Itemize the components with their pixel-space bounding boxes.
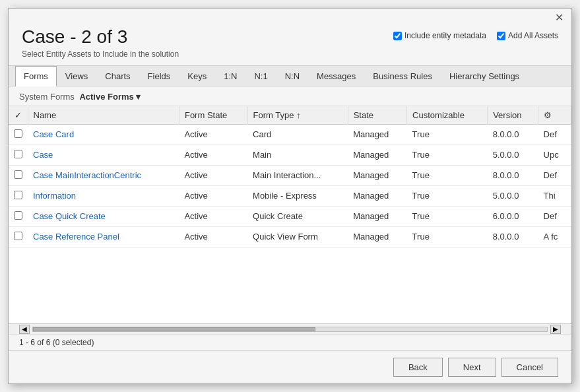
close-button[interactable]: ✕	[552, 13, 566, 23]
row-checkbox-cell[interactable]	[9, 165, 28, 185]
col-form-type[interactable]: Form Type ↑	[247, 106, 348, 125]
table-container: ✓ Name Form State Form Type ↑ State Cust…	[9, 106, 571, 323]
add-all-assets-label: Add All Assets	[508, 31, 558, 40]
page-title: Case - 2 of 3	[22, 26, 179, 48]
row-state-cell: Managed	[348, 206, 406, 226]
row-checkbox-cell[interactable]	[9, 206, 28, 226]
row-checkbox[interactable]	[14, 232, 22, 240]
col-customizable[interactable]: Customizable	[407, 106, 488, 125]
row-customizable-cell: True	[407, 185, 488, 206]
col-check[interactable]: ✓	[9, 106, 28, 125]
row-name-link[interactable]: Case Card	[33, 129, 74, 139]
row-form-state-cell: Active	[179, 185, 247, 206]
row-form-state-cell: Active	[179, 145, 247, 165]
row-state-cell: Managed	[348, 226, 406, 247]
tab-views[interactable]: Views	[57, 66, 96, 86]
row-name-link[interactable]: Information	[33, 191, 76, 201]
add-all-assets-checkbox[interactable]	[497, 32, 505, 40]
row-checkbox[interactable]	[14, 211, 22, 220]
row-customizable-cell: True	[407, 206, 488, 226]
status-text: 1 - 6 of 6 (0 selected)	[19, 338, 94, 347]
row-customizable-cell: True	[407, 124, 488, 145]
tab-messages[interactable]: Messages	[308, 66, 364, 86]
title-area: Case - 2 of 3 Select Entity Assets to In…	[22, 26, 179, 59]
system-forms-bar: System Forms Active Forms ▾	[9, 86, 571, 106]
row-form-type-cell: Mobile - Express	[247, 185, 348, 206]
tab-1n[interactable]: 1:N	[215, 66, 245, 86]
row-name-link[interactable]: Case Quick Create	[33, 211, 106, 221]
col-extra[interactable]: ⚙	[538, 106, 571, 125]
row-form-type-cell: Quick View Form	[247, 226, 348, 247]
row-extra-cell: Def	[538, 165, 571, 185]
col-version[interactable]: Version	[488, 106, 538, 125]
scroll-left-button[interactable]: ◀	[19, 325, 30, 334]
row-name-cell[interactable]: Case	[28, 145, 179, 165]
row-form-state-cell: Active	[179, 124, 247, 145]
status-bar: 1 - 6 of 6 (0 selected)	[9, 334, 571, 350]
row-checkbox[interactable]	[14, 170, 22, 179]
tab-business-rules[interactable]: Business Rules	[364, 66, 441, 86]
row-form-type-cell: Main Interaction...	[247, 165, 348, 185]
row-version-cell: 8.0.0.0	[488, 124, 538, 145]
scroll-thumb[interactable]	[33, 327, 315, 331]
table-row: Case Reference PanelActiveQuick View For…	[9, 226, 571, 247]
row-checkbox[interactable]	[14, 129, 22, 138]
tab-nn[interactable]: N:N	[276, 66, 308, 86]
forms-table: ✓ Name Form State Form Type ↑ State Cust…	[9, 106, 571, 247]
row-name-cell[interactable]: Case MainInteractionCentric	[28, 165, 179, 185]
tab-hierarchy-settings[interactable]: Hierarchy Settings	[441, 66, 528, 86]
row-checkbox-cell[interactable]	[9, 226, 28, 247]
table-header-row: ✓ Name Form State Form Type ↑ State Cust…	[9, 106, 571, 125]
row-name-link[interactable]: Case	[33, 150, 53, 160]
row-version-cell: 8.0.0.0	[488, 226, 538, 247]
row-extra-cell: Def	[538, 124, 571, 145]
row-checkbox[interactable]	[14, 191, 22, 199]
tab-n1[interactable]: N:1	[245, 66, 276, 86]
row-name-cell[interactable]: Case Reference Panel	[28, 226, 179, 247]
row-customizable-cell: True	[407, 145, 488, 165]
back-button[interactable]: Back	[393, 358, 443, 377]
dialog-footer: Back Next Cancel	[9, 350, 571, 383]
row-name-link[interactable]: Case MainInteractionCentric	[33, 170, 141, 180]
next-button[interactable]: Next	[448, 358, 496, 377]
tab-forms[interactable]: Forms	[15, 66, 57, 86]
dialog-header: Case - 2 of 3 Select Entity Assets to In…	[9, 23, 571, 65]
row-name-cell[interactable]: Information	[28, 185, 179, 206]
row-name-cell[interactable]: Case Quick Create	[28, 206, 179, 226]
row-version-cell: 5.0.0.0	[488, 185, 538, 206]
row-customizable-cell: True	[407, 226, 488, 247]
row-extra-cell: Upc	[538, 145, 571, 165]
dialog-options: Include entity metadata Add All Assets	[393, 26, 558, 40]
row-checkbox-cell[interactable]	[9, 145, 28, 165]
horizontal-scrollbar[interactable]: ◀ ▶	[9, 323, 571, 334]
scroll-track[interactable]	[32, 327, 548, 332]
row-name-cell[interactable]: Case Card	[28, 124, 179, 145]
tab-fields[interactable]: Fields	[139, 66, 179, 86]
row-checkbox[interactable]	[14, 150, 22, 158]
row-checkbox-cell[interactable]	[9, 124, 28, 145]
cancel-button[interactable]: Cancel	[501, 358, 558, 377]
col-form-state[interactable]: Form State	[179, 106, 247, 125]
table-row: InformationActiveMobile - ExpressManaged…	[9, 185, 571, 206]
tabs-bar: Forms Views Charts Fields Keys 1:N N:1 N…	[9, 65, 571, 86]
tab-keys[interactable]: Keys	[179, 66, 215, 86]
content-area: System Forms Active Forms ▾ ✓ Name Form …	[9, 86, 571, 350]
col-name[interactable]: Name	[28, 106, 179, 125]
add-all-assets-option[interactable]: Add All Assets	[497, 31, 558, 40]
row-version-cell: 6.0.0.0	[488, 206, 538, 226]
row-checkbox-cell[interactable]	[9, 185, 28, 206]
row-extra-cell: Def	[538, 206, 571, 226]
col-state[interactable]: State	[348, 106, 406, 125]
scroll-right-button[interactable]: ▶	[550, 325, 561, 334]
dialog-titlebar: ✕	[9, 9, 571, 23]
row-version-cell: 5.0.0.0	[488, 145, 538, 165]
row-name-link[interactable]: Case Reference Panel	[33, 232, 119, 242]
include-metadata-checkbox[interactable]	[393, 32, 402, 40]
tab-charts[interactable]: Charts	[96, 66, 139, 86]
row-extra-cell: A fc	[538, 226, 571, 247]
system-forms-label: System Forms	[19, 92, 75, 102]
row-form-state-cell: Active	[179, 206, 247, 226]
include-metadata-option[interactable]: Include entity metadata	[393, 31, 486, 40]
table-row: CaseActiveMainManagedTrue5.0.0.0Upc	[9, 145, 571, 165]
active-forms-dropdown[interactable]: Active Forms ▾	[79, 92, 141, 102]
